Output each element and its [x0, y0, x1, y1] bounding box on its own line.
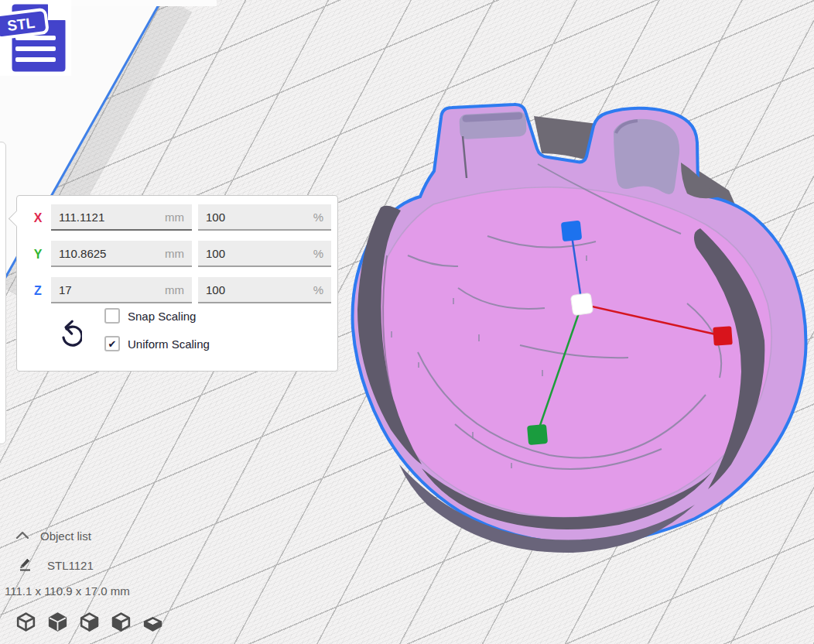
z-percent-value: 100	[206, 283, 225, 296]
z-percent-unit: %	[313, 283, 323, 296]
z-axis-label: Z	[28, 277, 48, 305]
y-axis-label: Y	[28, 241, 48, 269]
y-percent-input[interactable]: 100 %	[198, 241, 331, 267]
uniform-scaling-label: Uniform Scaling	[128, 337, 210, 351]
stl-badge-text: STL	[6, 15, 36, 34]
x-axis-label: X	[28, 204, 48, 232]
front-view-icon[interactable]	[46, 610, 70, 634]
pencil-edit-icon[interactable]	[18, 557, 32, 571]
x-percent-unit: %	[313, 211, 323, 224]
viewport-3d[interactable]: STL X 111.1121 mm 100 % Y 110.8625 mm	[0, 0, 814, 644]
right-view-icon[interactable]	[141, 610, 165, 634]
scale-tool-panel: X 111.1121 mm 100 % Y 110.8625 mm 100 % …	[16, 195, 338, 372]
uniform-check-mark: ✔	[108, 339, 117, 349]
chevron-up-icon[interactable]	[15, 530, 29, 540]
x-percent-value: 100	[206, 211, 225, 224]
x-size-value: 111.1121	[59, 211, 104, 224]
camera-view-toolbar	[14, 610, 165, 634]
y-percent-value: 100	[206, 247, 225, 260]
uniform-scaling-row: ✔ Uniform Scaling	[104, 336, 210, 351]
y-percent-unit: %	[313, 247, 323, 260]
y-size-unit: mm	[165, 247, 184, 260]
left-view-icon[interactable]	[109, 610, 133, 634]
y-scale-handle[interactable]	[527, 424, 548, 445]
x-size-input[interactable]: 111.1121 mm	[51, 204, 192, 231]
stl-file-badge: STL	[0, 0, 71, 76]
z-percent-input[interactable]: 100 %	[198, 277, 331, 303]
z-size-unit: mm	[165, 283, 184, 296]
object-list-item-stl1121[interactable]: STL1121	[47, 559, 94, 572]
selected-model-dimensions: 111.1 x 110.9 x 17.0 mm	[5, 584, 130, 598]
center-scale-handle[interactable]	[570, 293, 593, 315]
z-size-value: 17	[59, 283, 72, 296]
x-size-unit: mm	[165, 211, 184, 224]
scale-row-z: Z 17 mm 100 %	[17, 277, 337, 305]
y-size-value: 110.8625	[59, 247, 106, 260]
scale-row-y: Y 110.8625 mm 100 %	[17, 241, 337, 269]
snap-scaling-label: Snap Scaling	[128, 310, 196, 323]
z-size-input[interactable]: 17 mm	[51, 277, 192, 303]
3d-view-icon[interactable]	[14, 610, 38, 634]
object-list-header[interactable]: Object list	[40, 529, 91, 543]
reset-scale-button[interactable]	[51, 313, 82, 348]
scale-row-x: X 111.1121 mm 100 %	[17, 204, 337, 232]
z-scale-handle[interactable]	[561, 221, 582, 242]
uniform-scaling-checkbox[interactable]: ✔	[104, 336, 120, 351]
left-toolbar-edge	[0, 142, 6, 444]
y-size-input[interactable]: 110.8625 mm	[51, 241, 192, 267]
x-percent-input[interactable]: 100 %	[198, 204, 331, 231]
top-view-icon[interactable]	[77, 610, 101, 634]
snap-scaling-checkbox[interactable]	[104, 308, 120, 324]
snap-scaling-row: Snap Scaling	[104, 308, 196, 324]
x-scale-handle[interactable]	[713, 326, 733, 346]
reset-rotate-icon	[51, 313, 82, 348]
